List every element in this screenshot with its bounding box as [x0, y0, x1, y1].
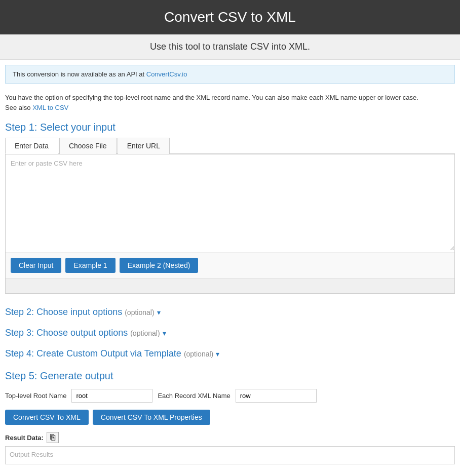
- description-text: You have the option of specifying the to…: [0, 89, 460, 115]
- step5-title: Step 5: Generate output: [0, 364, 460, 386]
- page-title: Convert CSV to XML: [164, 9, 296, 25]
- result-data-row: Result Data: ⎘: [0, 429, 460, 446]
- input-area-wrapper: Clear Input Example 1 Example 2 (Nested): [5, 154, 455, 294]
- example2-button[interactable]: Example 2 (Nested): [120, 258, 199, 273]
- textarea-buttons: Clear Input Example 1 Example 2 (Nested): [6, 252, 454, 278]
- root-name-label: Top-level Root Name: [5, 392, 66, 400]
- step3-chevron-icon: ▾: [163, 329, 166, 337]
- step4-title: Step 4: Create Custom Output via Templat…: [5, 348, 181, 359]
- example1-button[interactable]: Example 1: [65, 258, 115, 273]
- result-data-label: Result Data:: [5, 434, 44, 442]
- info-banner: This conversion is now available as an A…: [5, 65, 455, 84]
- csv-textarea[interactable]: [6, 154, 454, 251]
- xml-to-csv-link[interactable]: XML to CSV: [32, 104, 68, 111]
- tab-enter-url[interactable]: Enter URL: [118, 138, 170, 154]
- step4-section[interactable]: Step 4: Create Custom Output via Templat…: [0, 343, 460, 364]
- subtitle-bar: Use this tool to translate CSV into XML.: [0, 34, 460, 60]
- tab-choose-file[interactable]: Choose File: [59, 138, 117, 154]
- banner-link[interactable]: ConvertCsv.io: [146, 70, 187, 78]
- step3-section[interactable]: Step 3: Choose output options (optional)…: [0, 323, 460, 343]
- step4-chevron-icon: ▾: [216, 350, 219, 358]
- step2-section[interactable]: Step 2: Choose input options (optional) …: [0, 302, 460, 323]
- step5-buttons-row: Convert CSV To XML Convert CSV To XML Pr…: [0, 406, 460, 429]
- tab-enter-data[interactable]: Enter Data: [5, 138, 58, 154]
- step4-optional: (optional): [184, 350, 213, 358]
- record-name-input[interactable]: [236, 389, 317, 403]
- banner-text: This conversion is now available as an A…: [13, 70, 146, 78]
- tab-bar: Enter Data Choose File Enter URL: [5, 137, 455, 154]
- step2-chevron-icon: ▾: [157, 308, 161, 316]
- step3-title: Step 3: Choose output options: [5, 328, 128, 338]
- textarea-footer: [6, 278, 454, 293]
- copy-icon[interactable]: ⎘: [47, 432, 59, 443]
- see-also-label: See also: [5, 104, 32, 111]
- convert-csv-xml-button[interactable]: Convert CSV To XML: [5, 410, 89, 425]
- output-placeholder-text: Output Results: [10, 451, 53, 458]
- page-header: Convert CSV to XML: [0, 0, 460, 34]
- clear-input-button[interactable]: Clear Input: [11, 258, 61, 273]
- description-body: You have the option of specifying the to…: [5, 94, 418, 101]
- convert-csv-xml-properties-button[interactable]: Convert CSV To XML Properties: [93, 410, 210, 425]
- step3-optional: (optional): [130, 329, 160, 337]
- step5-fields-row: Top-level Root Name Each Record XML Name: [0, 386, 460, 406]
- record-name-label: Each Record XML Name: [158, 392, 230, 400]
- step2-optional: (optional): [125, 308, 154, 316]
- root-name-input[interactable]: [71, 389, 152, 403]
- subtitle-text: Use this tool to translate CSV into XML.: [150, 42, 310, 52]
- step1-title: Step 1: Select your input: [0, 115, 460, 137]
- step2-title: Step 2: Choose input options: [5, 307, 122, 317]
- output-results: Output Results: [5, 446, 455, 464]
